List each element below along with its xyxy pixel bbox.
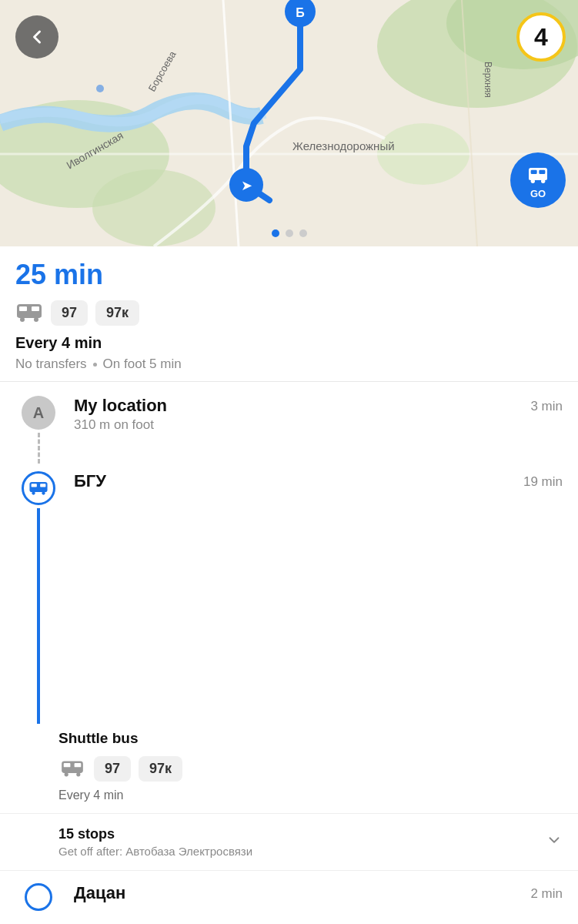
shuttle-bus-icon [58, 755, 86, 782]
dacan-content: Дацан [62, 883, 530, 905]
svg-point-38 [65, 772, 68, 776]
shuttle-route-97k: 97к [139, 756, 182, 782]
svg-text:Верхняя: Верхняя [483, 62, 493, 98]
on-foot-text: On foot 5 min [103, 357, 182, 372]
bgu-title: БГУ [74, 471, 523, 491]
svg-point-4 [92, 169, 215, 246]
shuttle-routes-row: 97 97к [58, 755, 563, 782]
my-location-content: My location 310 m on foot [62, 396, 530, 464]
steps-section: A My location 310 m on foot 3 min БГУ [0, 382, 578, 924]
svg-rect-20 [539, 169, 545, 173]
route-number: 4 [534, 23, 548, 52]
dot-2 [286, 229, 293, 237]
route-badge-97k: 97к [95, 300, 139, 326]
svg-text:Б: Б [296, 6, 305, 19]
back-button[interactable] [15, 15, 58, 59]
svg-point-34 [42, 491, 45, 494]
step-my-location: A My location 310 m on foot 3 min [0, 382, 578, 464]
dacan-time: 2 min [530, 883, 563, 902]
my-location-subtitle: 310 m on foot [74, 417, 530, 433]
svg-rect-26 [32, 306, 39, 311]
shuttle-info: Shuttle bus 97 97к Every 4 min [0, 724, 578, 814]
chevron-down-icon[interactable] [546, 832, 563, 852]
go-button[interactable]: GO [510, 152, 566, 208]
route-meta: No transfers On foot 5 min [15, 357, 563, 372]
dot-1 [272, 229, 279, 237]
svg-point-27 [20, 317, 25, 322]
go-label: GO [530, 188, 546, 199]
map-view[interactable]: Б ➤ Иволгинская Борсоева Железнодорожный… [0, 0, 578, 246]
svg-rect-36 [64, 763, 71, 767]
step-icon-col-bgu [15, 471, 62, 724]
bus-icon-go [526, 162, 550, 186]
no-transfers: No transfers [15, 357, 87, 372]
step-bgu: БГУ 19 min [0, 464, 578, 724]
stops-count: 15 stops [58, 826, 546, 842]
svg-rect-23 [529, 177, 547, 180]
step-icon-col-a: A [15, 396, 62, 464]
stops-info: 15 stops Get off after: Автобаза Электро… [58, 826, 546, 858]
dot-separator [93, 363, 97, 367]
dot-3 [299, 229, 307, 237]
my-location-time: 3 min [530, 396, 563, 464]
bus-svg-stop [28, 479, 48, 497]
step-icon-bus [22, 471, 55, 505]
map-dots [272, 229, 307, 237]
route-badge-97: 97 [51, 300, 88, 326]
bgu-time: 19 min [523, 471, 563, 490]
svg-rect-37 [75, 763, 82, 767]
stops-get-off: Get off after: Автобаза Электросвязи [58, 845, 546, 858]
back-icon [26, 26, 48, 48]
stops-row[interactable]: 15 stops Get off after: Автобаза Электро… [0, 814, 578, 871]
svg-point-17 [96, 85, 104, 92]
transit-info: 25 min 97 97к Every 4 min No transfers O… [0, 246, 578, 382]
route-number-badge: 4 [516, 12, 566, 62]
bgu-content: БГУ [62, 471, 523, 493]
shuttle-title: Shuttle bus [58, 730, 563, 747]
svg-rect-32 [40, 484, 45, 487]
step-icon-a: A [22, 396, 55, 430]
svg-point-33 [32, 491, 35, 494]
svg-point-28 [34, 317, 38, 322]
bus-icon-small [15, 299, 43, 326]
step-icon-dacan [25, 883, 52, 911]
svg-text:➤: ➤ [241, 178, 252, 193]
chevron-svg [546, 832, 563, 849]
bus-svg-small [15, 301, 43, 324]
shuttle-frequency: Every 4 min [58, 788, 563, 802]
svg-rect-31 [32, 484, 37, 487]
transit-time: 25 min [15, 259, 563, 291]
svg-rect-19 [531, 169, 537, 173]
solid-line [37, 508, 40, 724]
svg-rect-29 [17, 313, 42, 317]
shuttle-route-97: 97 [94, 756, 131, 782]
frequency-text: Every 4 min [15, 334, 563, 352]
svg-point-39 [76, 772, 80, 776]
shuttle-bus-svg [60, 758, 85, 778]
step-dacan: Дацан 2 min [0, 871, 578, 911]
svg-rect-25 [19, 306, 27, 311]
route-icons-row: 97 97к [15, 299, 563, 326]
step-icon-col-dacan [15, 883, 62, 911]
dashed-line [38, 433, 40, 464]
svg-text:Железнодорожный: Железнодорожный [292, 139, 395, 152]
my-location-title: My location [74, 396, 530, 416]
dacan-title: Дацан [74, 883, 530, 903]
